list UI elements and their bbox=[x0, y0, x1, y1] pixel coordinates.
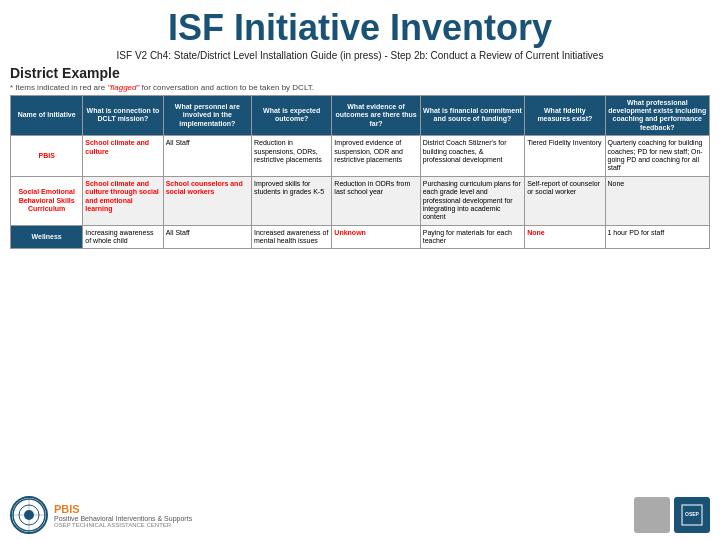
flagged-text: "flagged" bbox=[107, 83, 139, 92]
note-line: * Items indicated in red are "flagged" f… bbox=[10, 83, 710, 92]
footer-right: OSEP bbox=[634, 497, 710, 533]
row-cell-6: None bbox=[525, 225, 605, 249]
section-title: District Example bbox=[10, 65, 710, 81]
note-text: * Items indicated in red are bbox=[10, 83, 107, 92]
pbis-logo-circle bbox=[10, 496, 48, 534]
osep-logo-svg: OSEP bbox=[680, 503, 704, 527]
row-cell-1: School climate and culture through socia… bbox=[83, 176, 163, 225]
col-header-3: What is expected outcome? bbox=[252, 95, 332, 136]
logo-box-1 bbox=[634, 497, 670, 533]
row-cell-2: All Staff bbox=[163, 136, 251, 177]
footer: PBIS Positive Behavioral Interventions &… bbox=[10, 496, 710, 534]
row-cell-7: None bbox=[605, 176, 710, 225]
row-cell-4: Reduction in ODRs from last school year bbox=[332, 176, 420, 225]
col-header-6: What fidelity measures exist? bbox=[525, 95, 605, 136]
pbis-subtitle: Positive Behavioral Interventions & Supp… bbox=[54, 515, 192, 522]
row-cell-6: Self-report of counselor or social worke… bbox=[525, 176, 605, 225]
row-cell-3: Increased awareness of mental health iss… bbox=[252, 225, 332, 249]
col-header-2: What personnel are involved in the imple… bbox=[163, 95, 251, 136]
table-row: Social Emotional Behavioral Skills Curri… bbox=[11, 176, 710, 225]
col-header-5: What is financial commitment and source … bbox=[420, 95, 524, 136]
pbis-title: PBIS bbox=[54, 503, 192, 515]
row-cell-7: Quarterly coaching for building coaches;… bbox=[605, 136, 710, 177]
row-cell-4: Unknown bbox=[332, 225, 420, 249]
row-cell-3: Improved skills for students in grades K… bbox=[252, 176, 332, 225]
page-title: ISF Initiative Inventory bbox=[10, 8, 710, 48]
col-header-7: What professional development exists inc… bbox=[605, 95, 710, 136]
row-name-cell: PBIS bbox=[11, 136, 83, 177]
footer-left: PBIS Positive Behavioral Interventions &… bbox=[10, 496, 192, 534]
row-cell-1: School climate and culture bbox=[83, 136, 163, 177]
col-header-1: What is connection to DCLT mission? bbox=[83, 95, 163, 136]
table-row: PBISSchool climate and cultureAll StaffR… bbox=[11, 136, 710, 177]
svg-text:OSEP: OSEP bbox=[685, 511, 700, 517]
initiative-table: Name of Initiative What is connection to… bbox=[10, 95, 710, 250]
row-cell-6: Tiered Fidelity Inventory bbox=[525, 136, 605, 177]
row-cell-3: Reduction in suspensions, ODRs, restrict… bbox=[252, 136, 332, 177]
col-header-name: Name of Initiative bbox=[11, 95, 83, 136]
row-cell-5: District Coach Stilzner's for building c… bbox=[420, 136, 524, 177]
page-subtitle: ISF V2 Ch4: State/District Level Install… bbox=[10, 50, 710, 61]
pbis-text-block: PBIS Positive Behavioral Interventions &… bbox=[54, 503, 192, 528]
row-name-cell: Wellness bbox=[11, 225, 83, 249]
row-cell-2: School counselors and social workers bbox=[163, 176, 251, 225]
row-cell-5: Paying for materials for each teacher bbox=[420, 225, 524, 249]
logo-box-2: OSEP bbox=[674, 497, 710, 533]
page: ISF Initiative Inventory ISF V2 Ch4: Sta… bbox=[0, 0, 720, 540]
row-name-cell: Social Emotional Behavioral Skills Curri… bbox=[11, 176, 83, 225]
row-cell-1: Increasing awareness of whole child bbox=[83, 225, 163, 249]
col-header-4: What evidence of outcomes are there thus… bbox=[332, 95, 420, 136]
row-cell-7: 1 hour PD for staff bbox=[605, 225, 710, 249]
note-rest: for conversation and action to be taken … bbox=[142, 83, 314, 92]
row-cell-2: All Staff bbox=[163, 225, 251, 249]
row-cell-4: Improved evidence of suspension, ODR and… bbox=[332, 136, 420, 177]
pbis-circle-svg bbox=[12, 498, 46, 532]
row-cell-5: Purchasing curriculum plans for each gra… bbox=[420, 176, 524, 225]
pbis-small: OSEP TECHNICAL ASSISTANCE CENTER bbox=[54, 522, 192, 528]
table-row: WellnessIncreasing awareness of whole ch… bbox=[11, 225, 710, 249]
